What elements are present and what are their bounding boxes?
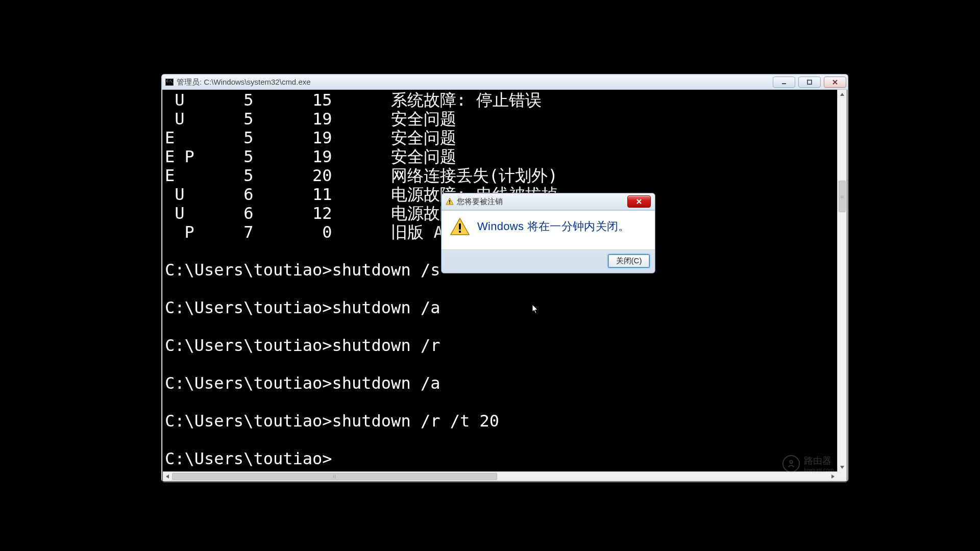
svg-rect-4: [459, 223, 461, 230]
watermark-text-1: 路由器: [804, 455, 834, 467]
svg-rect-5: [459, 231, 461, 233]
output-row: U 5 19 安全问题: [165, 109, 456, 129]
command-line: C:\Users\toutiao>shutdown /s: [165, 260, 440, 280]
scroll-right-arrow-icon[interactable]: [828, 472, 838, 481]
watermark-logo-icon: [782, 455, 800, 472]
mouse-cursor-icon: [532, 304, 539, 314]
scroll-up-arrow-icon[interactable]: [838, 90, 847, 99]
output-row: E 5 19 安全问题: [165, 128, 456, 147]
command-line: C:\Users\toutiao>shutdown /r /t 20: [165, 411, 499, 431]
vertical-scroll-track[interactable]: [838, 99, 847, 463]
dialog-close-action-button[interactable]: 关闭(C): [608, 254, 650, 268]
vertical-scroll-thumb[interactable]: [839, 181, 846, 212]
cmd-window: 管理员: C:\Windows\system32\cmd.exe U 5: [161, 74, 848, 482]
output-row: E P 5 19 安全问题: [165, 147, 456, 166]
command-line: C:\Users\toutiao>shutdown /r: [165, 336, 440, 355]
dialog-message: Windows 将在一分钟内关闭。: [477, 217, 629, 234]
watermark: 路由器 luyouqi.com: [782, 455, 834, 473]
command-line: C:\Users\toutiao>shutdown /a: [165, 373, 440, 393]
minimize-button[interactable]: [773, 77, 795, 88]
svg-rect-3: [449, 203, 450, 204]
terminal-client-area: U 5 15 系统故障: 停止错误 U 5 19 安全问题 E 5 19 安全问…: [162, 90, 847, 482]
svg-point-6: [790, 461, 793, 463]
title-bar[interactable]: 管理员: C:\Windows\system32\cmd.exe: [162, 75, 847, 90]
close-button[interactable]: [824, 77, 846, 88]
shutdown-dialog[interactable]: 您将要被注销 Windows 将在一分钟内关闭。 关闭(C): [441, 193, 655, 273]
dialog-body: Windows 将在一分钟内关闭。: [442, 210, 655, 250]
scroll-left-arrow-icon[interactable]: [163, 472, 172, 481]
window-title: 管理员: C:\Windows\system32\cmd.exe: [177, 78, 311, 87]
warning-icon: [446, 197, 454, 206]
horizontal-scroll-track[interactable]: [172, 472, 828, 481]
scroll-down-arrow-icon[interactable]: [838, 463, 847, 472]
terminal-output[interactable]: U 5 15 系统故障: 停止错误 U 5 19 安全问题 E 5 19 安全问…: [163, 90, 838, 472]
dialog-close-button[interactable]: [627, 195, 651, 208]
scrollbar-corner: [838, 472, 847, 481]
horizontal-scrollbar[interactable]: [163, 471, 838, 481]
maximize-button[interactable]: [798, 77, 821, 88]
dialog-footer: 关闭(C): [442, 250, 655, 273]
watermark-text-2: luyouqi.com: [804, 467, 834, 473]
svg-rect-1: [807, 80, 812, 84]
dialog-title: 您将要被注销: [457, 197, 503, 207]
command-line: C:\Users\toutiao>shutdown /a: [165, 298, 440, 317]
cmd-icon: [165, 79, 174, 86]
dialog-title-bar[interactable]: 您将要被注销: [442, 193, 655, 210]
output-row: U 5 15 系统故障: 停止错误: [165, 90, 542, 110]
vertical-scrollbar[interactable]: [837, 90, 847, 472]
horizontal-scroll-thumb[interactable]: [172, 473, 497, 480]
command-prompt: C:\Users\toutiao>: [165, 449, 332, 468]
output-row: E 5 20 网络连接丢失(计划外): [165, 166, 558, 185]
warning-icon: [450, 217, 470, 239]
svg-rect-2: [449, 200, 450, 203]
